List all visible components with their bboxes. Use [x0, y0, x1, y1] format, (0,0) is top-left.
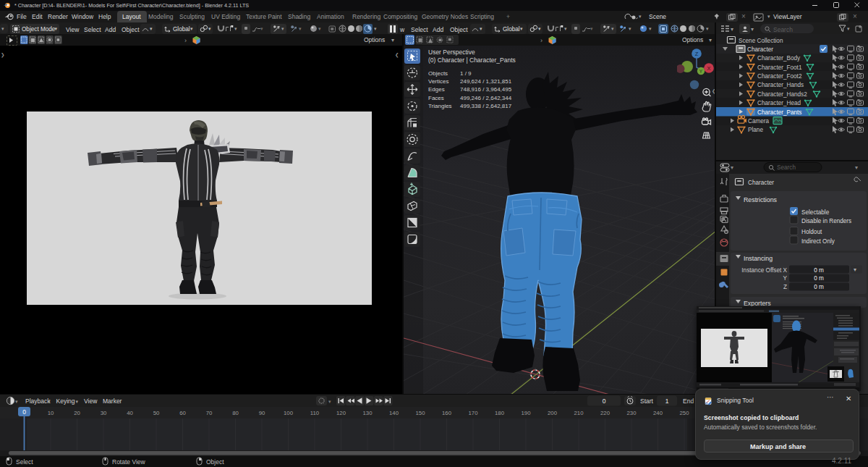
svg-text:Scene Collection: Scene Collection	[739, 38, 783, 44]
svg-text:Disable in Renders: Disable in Renders	[801, 218, 851, 224]
svg-text:Start: Start	[640, 397, 654, 405]
svg-text:Y: Y	[783, 275, 788, 282]
svg-text:60: 60	[179, 410, 186, 416]
svg-text:130: 130	[362, 410, 373, 416]
svg-text:0 m: 0 m	[814, 275, 824, 282]
svg-text:70: 70	[206, 410, 213, 416]
svg-text:Search: Search	[777, 164, 796, 171]
svg-text:▾: ▾	[855, 164, 858, 171]
svg-text:Select: Select	[16, 458, 33, 466]
svg-text:190: 190	[521, 410, 531, 416]
svg-text:Instance Offset X: Instance Offset X	[741, 267, 787, 274]
svg-text:Character_Head: Character_Head	[757, 100, 801, 106]
svg-text:Character_Hands: Character_Hands	[757, 82, 804, 88]
svg-text:Character: Character	[747, 46, 773, 53]
svg-text:140: 140	[389, 410, 399, 416]
svg-text:110: 110	[310, 410, 320, 416]
svg-text:Object: Object	[206, 458, 224, 466]
svg-text:150: 150	[415, 410, 425, 416]
svg-text:160: 160	[442, 410, 452, 416]
svg-text:0 m: 0 m	[814, 284, 824, 290]
svg-text:Keying: Keying	[56, 397, 75, 405]
svg-text:80: 80	[232, 410, 239, 416]
svg-text:10: 10	[48, 410, 54, 416]
svg-text:Camera: Camera	[748, 118, 770, 125]
svg-text:0 m: 0 m	[814, 267, 824, 274]
svg-text:40: 40	[127, 410, 133, 416]
svg-text:230: 230	[626, 410, 637, 416]
svg-text:Marker: Marker	[103, 397, 122, 405]
svg-text:180: 180	[495, 410, 505, 416]
svg-text:▾: ▾	[15, 399, 18, 404]
svg-text:Character_Body: Character_Body	[757, 55, 801, 62]
svg-text:View: View	[84, 397, 98, 405]
svg-text:90: 90	[259, 410, 265, 416]
svg-text:End: End	[683, 397, 694, 405]
svg-text:100: 100	[284, 410, 294, 416]
svg-text:0: 0	[22, 408, 26, 416]
svg-text:Y: Y	[699, 69, 703, 74]
svg-text:Z: Z	[695, 51, 699, 57]
svg-text:Playback: Playback	[25, 397, 51, 405]
svg-text:Character_Foot1: Character_Foot1	[757, 64, 802, 71]
svg-text:240: 240	[653, 410, 663, 416]
svg-text:Character_Pants: Character_Pants	[757, 109, 801, 116]
svg-text:▾: ▾	[48, 399, 51, 404]
svg-text:50: 50	[153, 410, 160, 416]
svg-text:▾: ▾	[76, 399, 79, 404]
svg-text:Holdout: Holdout	[801, 229, 822, 235]
svg-text:▾: ▾	[328, 399, 331, 404]
svg-text:▾: ▾	[854, 266, 856, 273]
svg-text:200: 200	[548, 410, 558, 416]
svg-text:1: 1	[665, 397, 669, 405]
svg-text:250: 250	[679, 410, 689, 416]
svg-text:Restrictions: Restrictions	[744, 196, 778, 203]
svg-text:Character_Foot2: Character_Foot2	[757, 73, 802, 80]
svg-text:170: 170	[468, 410, 478, 416]
svg-text:Plane: Plane	[748, 127, 763, 133]
svg-text:0: 0	[603, 397, 606, 405]
svg-text:120: 120	[336, 410, 346, 416]
svg-text:X: X	[707, 65, 710, 72]
svg-text:Indirect Only: Indirect Only	[801, 238, 835, 245]
svg-text:Rotate View: Rotate View	[112, 458, 146, 466]
svg-text:210: 210	[574, 410, 584, 416]
svg-text:Z: Z	[783, 284, 787, 290]
svg-text:▾: ▾	[731, 164, 733, 171]
svg-text:Character: Character	[748, 180, 774, 186]
svg-text:Instancing: Instancing	[744, 255, 773, 262]
svg-text:30: 30	[101, 410, 107, 416]
svg-text:20: 20	[74, 410, 80, 416]
svg-text:220: 220	[600, 410, 610, 416]
svg-text:Selectable: Selectable	[801, 209, 830, 216]
svg-text:Character_Hands2: Character_Hands2	[757, 91, 807, 98]
